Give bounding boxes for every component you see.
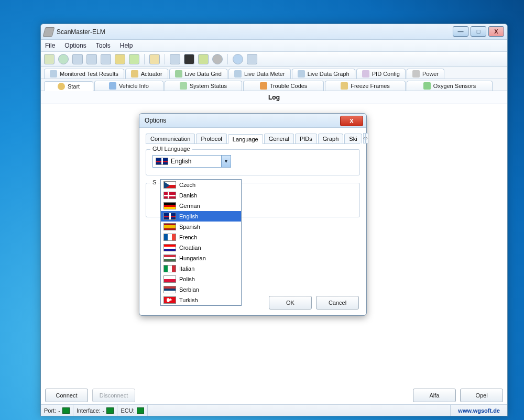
connect-button[interactable]: Connect	[45, 389, 88, 402]
language-combobox[interactable]: English ▼	[152, 155, 231, 168]
toolbar-icon[interactable]	[198, 54, 209, 64]
tab-actuator[interactable]: Actuator	[125, 69, 168, 79]
flag-icon	[163, 275, 176, 283]
interface-led-icon	[106, 407, 114, 414]
flag-icon	[163, 192, 176, 199]
language-option-it[interactable]: Italian	[161, 263, 241, 274]
language-option-en[interactable]: English	[161, 211, 241, 222]
tab-live-data-meter[interactable]: Live Data Meter	[228, 69, 291, 79]
tab-live-data-grid[interactable]: Live Data Grid	[169, 69, 227, 79]
options-tab-graph[interactable]: Graph	[318, 134, 344, 143]
language-option-de[interactable]: German	[161, 201, 241, 211]
opel-button[interactable]: Opel	[460, 389, 503, 402]
alfa-button[interactable]: Alfa	[413, 389, 456, 402]
flag-icon	[163, 234, 176, 241]
tab-power[interactable]: Power	[407, 69, 444, 79]
tab-vehicle-info[interactable]: Vehicle Info	[94, 81, 163, 91]
language-option-fr[interactable]: French	[161, 232, 241, 242]
flag-icon	[163, 286, 176, 293]
titlebar[interactable]: ScanMaster-ELM — □ X	[41, 24, 507, 40]
toolbar-icon[interactable]	[247, 54, 257, 64]
toolbar-icon[interactable]	[115, 54, 125, 64]
combo-dropdown-icon[interactable]: ▼	[221, 156, 231, 167]
language-option-label: Spanish	[179, 224, 200, 230]
language-dropdown[interactable]: CzechDanishGermanEnglishSpanishFrenchCro…	[160, 179, 242, 306]
ok-button[interactable]: OK	[269, 296, 312, 310]
flag-icon	[163, 296, 176, 304]
menu-options[interactable]: Options	[64, 42, 86, 49]
toolbar-separator	[227, 54, 228, 64]
cancel-button[interactable]: Cancel	[316, 296, 359, 310]
tab-live-data-graph[interactable]: Live Data Graph	[292, 69, 355, 79]
app-icon	[43, 27, 55, 37]
toolbar-separator	[165, 54, 165, 64]
language-option-pl[interactable]: Polish	[161, 274, 241, 284]
status-link[interactable]: www.wgsoft.de	[451, 407, 507, 414]
language-option-label: Italian	[179, 266, 194, 272]
tab-trouble-codes[interactable]: Trouble Codes	[243, 81, 324, 91]
language-option-dk[interactable]: Danish	[161, 190, 241, 201]
tab-start[interactable]: Start	[44, 81, 93, 91]
toolbar-icon[interactable]	[184, 54, 194, 64]
ecu-led-icon	[137, 407, 144, 414]
close-button[interactable]: X	[488, 26, 504, 37]
tab-monitored-test-results[interactable]: Monitored Test Results	[44, 69, 124, 79]
bottom-button-row: Connect Disconnect Alfa Opel	[45, 389, 503, 402]
language-option-label: Danish	[179, 192, 197, 198]
options-titlebar[interactable]: Options X	[139, 114, 366, 128]
app-title: ScanMaster-ELM	[57, 28, 105, 36]
toolbar-icon[interactable]	[129, 54, 139, 64]
flag-icon	[163, 223, 176, 230]
toolbar-icon[interactable]	[170, 54, 180, 64]
language-option-label: Croatian	[179, 245, 201, 251]
options-tab-language[interactable]: Language	[228, 134, 263, 144]
tab-oxygen-sensors[interactable]: Oxygen Sensors	[407, 81, 493, 91]
options-tab-protocol[interactable]: Protocol	[196, 134, 226, 143]
options-tab-communication[interactable]: Communication	[146, 134, 195, 143]
language-option-rs[interactable]: Serbian	[161, 284, 241, 295]
flag-icon	[163, 202, 176, 209]
options-tab-pids[interactable]: PIDs	[295, 134, 317, 143]
toolbar	[41, 52, 507, 67]
flag-icon	[163, 255, 176, 262]
tab-system-status[interactable]: System Status	[165, 81, 242, 91]
toolbar-icon[interactable]	[58, 54, 69, 64]
minimize-button[interactable]: —	[453, 26, 468, 37]
flag-icon	[163, 181, 176, 189]
language-option-hu[interactable]: Hungarian	[161, 253, 241, 263]
toolbar-icon[interactable]	[149, 54, 160, 64]
language-option-label: Czech	[179, 182, 195, 188]
options-tab-ski[interactable]: Ski	[344, 134, 362, 143]
toolbar-icon[interactable]	[212, 54, 223, 64]
toolbar-icon[interactable]	[72, 54, 83, 64]
gui-language-group: GUI Language English ▼	[146, 149, 360, 175]
language-option-es[interactable]: Spanish	[161, 222, 241, 232]
secondary-group-label: S	[150, 179, 158, 185]
menubar: File Options Tools Help	[41, 40, 507, 52]
flag-icon	[163, 213, 176, 220]
language-option-label: German	[179, 203, 200, 209]
menu-file[interactable]: File	[45, 42, 55, 49]
language-option-cz[interactable]: Czech	[161, 180, 241, 190]
language-option-label: Serbian	[179, 286, 199, 293]
log-header: Log	[41, 91, 507, 104]
toolbar-icon[interactable]	[86, 54, 97, 64]
menu-tools[interactable]: Tools	[96, 42, 111, 49]
language-option-tr[interactable]: Turkish	[161, 295, 241, 305]
toolbar-icon[interactable]	[44, 54, 54, 64]
statusbar: Port: - Interface: - ECU: www.wgsoft.de	[41, 404, 507, 416]
language-option-hr[interactable]: Croatian	[161, 242, 241, 253]
options-tab-scroll-right[interactable]: ›	[366, 133, 368, 143]
status-ecu: ECU:	[117, 405, 147, 416]
toolbar-icon[interactable]	[101, 54, 111, 64]
language-option-label: English	[179, 213, 198, 219]
options-close-button[interactable]: X	[340, 116, 363, 126]
maximize-button[interactable]: □	[471, 26, 486, 37]
tab-pid-config[interactable]: PID Config	[356, 69, 406, 79]
info-icon[interactable]	[233, 54, 243, 64]
tab-freeze-frames[interactable]: Freeze Frames	[325, 81, 406, 91]
menu-help[interactable]: Help	[120, 42, 133, 49]
language-combobox-value: English	[171, 158, 221, 165]
port-led-icon	[62, 407, 70, 414]
options-tab-general[interactable]: General	[264, 134, 294, 143]
